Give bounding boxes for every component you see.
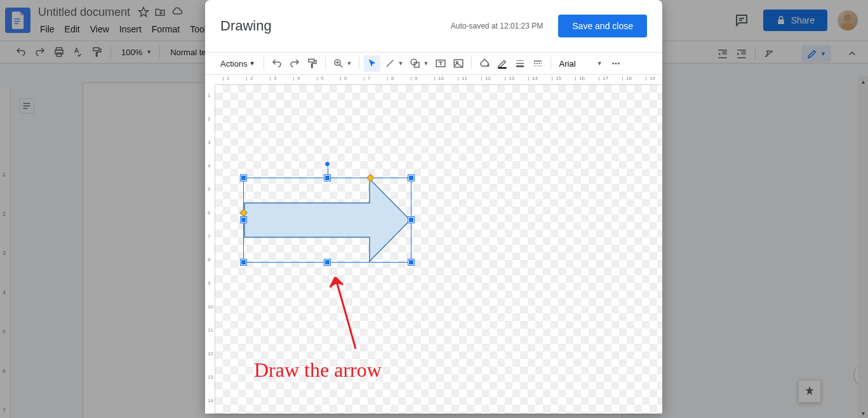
drawing-canvas-area: 12345678910111213141516171819 1234567891…: [205, 75, 662, 414]
textbox-icon[interactable]: [432, 55, 449, 72]
autosave-status: Auto-saved at 12:01:23 PM: [451, 22, 543, 30]
select-tool-icon[interactable]: [364, 55, 380, 72]
actions-dropdown[interactable]: Actions▼: [217, 59, 259, 69]
line-tool-dropdown[interactable]: ▼: [382, 55, 406, 72]
zoom-dropdown[interactable]: ▼: [330, 55, 354, 72]
svg-point-33: [615, 63, 617, 65]
resize-handle-nw[interactable]: [241, 175, 246, 181]
border-dash-icon[interactable]: [530, 55, 546, 72]
drawing-canvas[interactable]: [215, 85, 662, 414]
paint-format-icon[interactable]: [304, 55, 321, 72]
shape-selection[interactable]: [243, 178, 411, 263]
horizontal-ruler: 12345678910111213141516171819: [215, 75, 662, 85]
adjust-handle-2[interactable]: [239, 209, 248, 217]
fill-color-icon[interactable]: [476, 55, 493, 72]
resize-handle-s[interactable]: [324, 259, 330, 265]
resize-handle-se[interactable]: [408, 259, 414, 265]
svg-line-19: [386, 60, 393, 67]
resize-handle-ne[interactable]: [408, 175, 414, 181]
save-and-close-button[interactable]: Save and close: [558, 15, 647, 37]
border-color-icon[interactable]: [494, 55, 511, 72]
more-icon[interactable]: [608, 55, 624, 72]
resize-handle-n[interactable]: [324, 175, 330, 181]
dialog-title: Drawing: [220, 18, 272, 34]
rotation-handle[interactable]: [324, 161, 330, 167]
resize-handle-sw[interactable]: [241, 259, 246, 265]
resize-handle-w[interactable]: [241, 217, 246, 223]
vertical-ruler: 1234567891011121314: [205, 85, 215, 414]
redo-icon[interactable]: [286, 55, 303, 72]
border-weight-icon[interactable]: [512, 55, 528, 72]
drawing-dialog: Drawing Auto-saved at 12:01:23 PM Save a…: [205, 0, 662, 414]
resize-handle-e[interactable]: [408, 217, 414, 223]
adjust-handle-1[interactable]: [366, 174, 375, 182]
drawing-toolbar: Actions▼ ▼ ▼ ▼ Arial▼: [205, 52, 662, 75]
svg-line-16: [339, 65, 342, 68]
svg-rect-25: [498, 67, 507, 69]
svg-rect-14: [309, 59, 314, 62]
font-dropdown[interactable]: Arial▼: [556, 59, 606, 69]
image-icon[interactable]: [450, 55, 467, 72]
undo-icon[interactable]: [269, 55, 285, 72]
svg-point-32: [612, 63, 614, 65]
shape-tool-dropdown[interactable]: ▼: [407, 55, 431, 72]
svg-point-34: [618, 63, 620, 65]
